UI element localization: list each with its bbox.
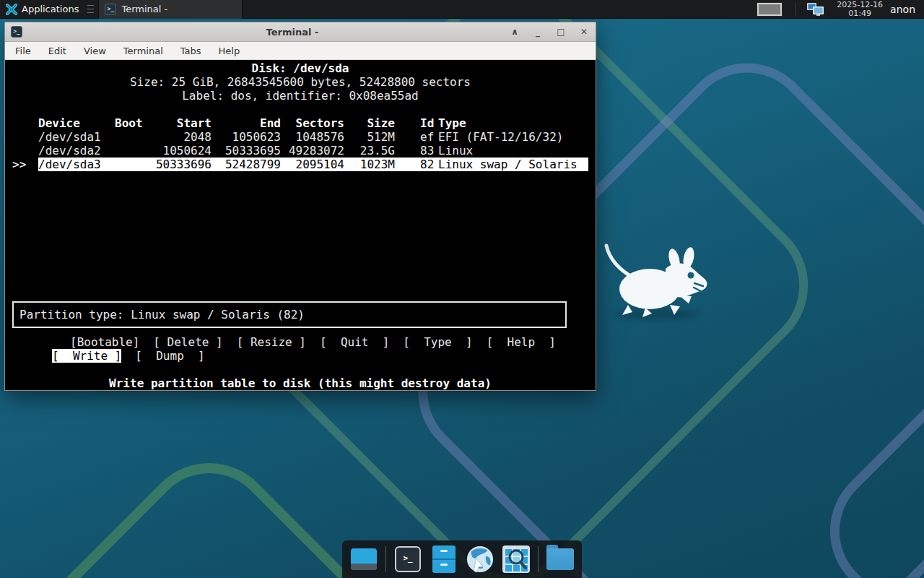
menu-tabs[interactable]: Tabs xyxy=(180,46,201,56)
xfce-logo-icon xyxy=(6,4,17,15)
web-browser-icon[interactable] xyxy=(466,545,494,574)
disk-label-line: Label: dos, identifier: 0x08ea55ad xyxy=(12,89,588,103)
minimize-button[interactable]: _ xyxy=(532,27,544,37)
terminal-icon: >_ xyxy=(105,4,116,15)
window-titlebar[interactable]: >_ Terminal - ∧ _ □ ✕ xyxy=(5,22,596,42)
menu-terminal[interactable]: Terminal xyxy=(123,46,163,56)
file-manager-icon[interactable] xyxy=(430,545,458,574)
clock[interactable]: 2025-12-16 01:49 xyxy=(837,1,883,18)
network-monitors-icon[interactable] xyxy=(806,2,825,17)
applications-menu-button[interactable]: Applications xyxy=(0,0,84,19)
window-title: Terminal - xyxy=(76,27,509,38)
workspace-pager[interactable] xyxy=(757,2,783,17)
menu-view[interactable]: View xyxy=(84,46,106,56)
window-menubar: File Edit View Terminal Tabs Help xyxy=(5,42,596,60)
disk-size-line: Size: 25 GiB, 26843545600 bytes, 5242880… xyxy=(12,75,588,89)
delete-button[interactable]: [ Delete ] xyxy=(153,335,222,349)
terminal-window: >_ Terminal - ∧ _ □ ✕ File Edit View Ter… xyxy=(4,22,596,391)
dump-button[interactable]: [ Dump ] xyxy=(135,349,204,363)
terminal-launcher-icon[interactable]: >_ xyxy=(393,545,422,574)
panel-grip-icon xyxy=(87,5,94,13)
menu-edit[interactable]: Edit xyxy=(48,46,66,56)
close-button[interactable]: ✕ xyxy=(578,27,590,37)
dock: >_ xyxy=(342,540,582,578)
dock-separator xyxy=(538,546,539,572)
terminal-empty-area xyxy=(12,171,588,301)
show-desktop-icon[interactable] xyxy=(349,545,378,574)
blank-line xyxy=(12,103,588,116)
workspace-1-cell[interactable] xyxy=(757,3,782,16)
window-terminal-icon: >_ xyxy=(11,26,22,38)
clock-date: 2025-12-16 xyxy=(837,1,883,9)
cfdisk-menu-row-1: [Bootable] [ Delete ] [ Resize ] [ Quit … xyxy=(12,335,588,349)
shade-button[interactable]: ∧ xyxy=(509,27,520,37)
clock-time: 01:49 xyxy=(837,9,883,18)
resize-button[interactable]: [ Resize ] xyxy=(237,335,306,349)
selection-marker: >> xyxy=(12,158,38,171)
cfdisk-menu-row-2: [ Write ] [ Dump ] xyxy=(12,349,588,363)
disk-header: Disk: /dev/sda xyxy=(12,61,588,75)
partition-table: Device Boot Start End Sectors Size Id Ty… xyxy=(12,116,588,171)
write-button-selected[interactable]: [ Write ] xyxy=(52,349,121,363)
help-button[interactable]: [ Help ] xyxy=(487,335,556,349)
magnifier-icon xyxy=(502,545,530,573)
quit-button[interactable]: [ Quit ] xyxy=(320,335,389,349)
wallpaper-purple-outline-2 xyxy=(802,215,924,578)
top-panel: Applications >_ Terminal - 2025-12-16 01… xyxy=(0,0,924,19)
application-finder-icon[interactable] xyxy=(502,545,531,574)
folder-icon[interactable] xyxy=(546,545,575,574)
dock-separator xyxy=(385,546,386,572)
partition-type-info-box: Partition type: Linux swap / Solaris (82… xyxy=(12,301,567,328)
menu-file[interactable]: File xyxy=(15,46,31,56)
menu-help[interactable]: Help xyxy=(219,46,240,56)
xubuntu-mouse-logo xyxy=(603,243,713,318)
applications-label: Applications xyxy=(22,4,79,14)
partition-type-text: Partition type: Linux swap / Solaris (82… xyxy=(19,308,305,322)
bootable-button[interactable]: [Bootable] xyxy=(70,335,139,349)
taskbar-window-label: Terminal - xyxy=(121,4,167,14)
cfdisk-status-line: Write partition table to disk (this migh… xyxy=(12,376,588,390)
username-label: anon xyxy=(890,4,915,15)
cfdisk-screen[interactable]: Disk: /dev/sda Size: 25 GiB, 26843545600… xyxy=(5,60,596,390)
mouse-eye xyxy=(688,272,694,279)
taskbar-window-button[interactable]: >_ Terminal - xyxy=(98,0,243,19)
type-button[interactable]: [ Type ] xyxy=(403,335,472,349)
maximize-button[interactable]: □ xyxy=(555,27,567,37)
panel-separator xyxy=(796,3,796,16)
